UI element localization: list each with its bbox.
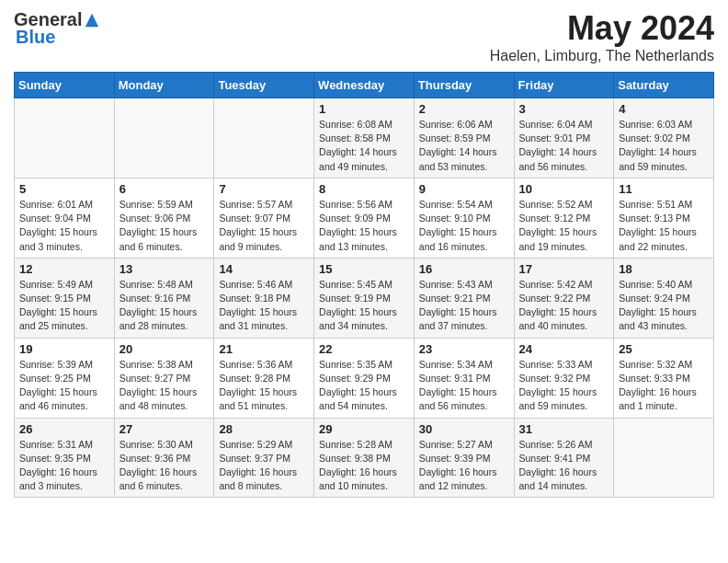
table-row: 4Sunrise: 6:03 AM Sunset: 9:02 PM Daylig… (614, 98, 714, 178)
day-number: 31 (519, 422, 609, 436)
day-info: Sunrise: 5:32 AM Sunset: 9:33 PM Dayligh… (619, 358, 709, 414)
day-info: Sunrise: 5:28 AM Sunset: 9:38 PM Dayligh… (319, 438, 409, 494)
day-info: Sunrise: 5:45 AM Sunset: 9:19 PM Dayligh… (319, 278, 409, 334)
day-info: Sunrise: 5:48 AM Sunset: 9:16 PM Dayligh… (119, 278, 210, 334)
table-row: 9Sunrise: 5:54 AM Sunset: 9:10 PM Daylig… (414, 178, 514, 258)
day-number: 8 (319, 182, 409, 196)
day-info: Sunrise: 5:56 AM Sunset: 9:09 PM Dayligh… (319, 198, 409, 254)
day-info: Sunrise: 5:51 AM Sunset: 9:13 PM Dayligh… (619, 198, 709, 254)
table-row: 22Sunrise: 5:35 AM Sunset: 9:29 PM Dayli… (314, 338, 415, 418)
table-row: 29Sunrise: 5:28 AM Sunset: 9:38 PM Dayli… (314, 418, 415, 498)
table-row: 3Sunrise: 6:04 AM Sunset: 9:01 PM Daylig… (514, 98, 614, 178)
day-number: 3 (519, 102, 609, 116)
table-row: 8Sunrise: 5:56 AM Sunset: 9:09 PM Daylig… (314, 178, 415, 258)
table-row: 26Sunrise: 5:31 AM Sunset: 9:35 PM Dayli… (15, 418, 115, 498)
table-row: 6Sunrise: 5:59 AM Sunset: 9:06 PM Daylig… (114, 178, 214, 258)
table-row: 7Sunrise: 5:57 AM Sunset: 9:07 PM Daylig… (214, 178, 314, 258)
day-number: 11 (619, 182, 709, 196)
day-number: 27 (119, 422, 210, 436)
day-info: Sunrise: 5:35 AM Sunset: 9:29 PM Dayligh… (319, 358, 409, 414)
day-info: Sunrise: 5:46 AM Sunset: 9:18 PM Dayligh… (219, 278, 309, 334)
header-saturday: Saturday (614, 73, 714, 98)
title-block: May 2024 Haelen, Limburg, The Netherland… (490, 9, 714, 64)
day-number: 18 (619, 262, 709, 276)
main-title: May 2024 (490, 9, 714, 48)
table-row: 30Sunrise: 5:27 AM Sunset: 9:39 PM Dayli… (414, 418, 514, 498)
day-number: 24 (519, 342, 609, 356)
day-info: Sunrise: 6:06 AM Sunset: 8:59 PM Dayligh… (419, 118, 509, 174)
day-info: Sunrise: 6:01 AM Sunset: 9:04 PM Dayligh… (19, 198, 109, 254)
calendar-table: Sunday Monday Tuesday Wednesday Thursday… (14, 72, 714, 498)
header-tuesday: Tuesday (214, 73, 314, 98)
table-row: 21Sunrise: 5:36 AM Sunset: 9:28 PM Dayli… (214, 338, 314, 418)
day-number: 26 (19, 422, 109, 436)
day-number: 13 (119, 262, 210, 276)
calendar-page: General Blue May 2024 Haelen, Limburg, T… (0, 0, 728, 507)
table-row: 28Sunrise: 5:29 AM Sunset: 9:37 PM Dayli… (214, 418, 314, 498)
day-number: 20 (119, 342, 210, 356)
page-header: General Blue May 2024 Haelen, Limburg, T… (14, 9, 714, 64)
day-info: Sunrise: 5:52 AM Sunset: 9:12 PM Dayligh… (519, 198, 609, 254)
calendar-week-row: 5Sunrise: 6:01 AM Sunset: 9:04 PM Daylig… (15, 178, 714, 258)
logo: General Blue (14, 9, 100, 48)
calendar-week-row: 26Sunrise: 5:31 AM Sunset: 9:35 PM Dayli… (15, 418, 714, 498)
calendar-week-row: 1Sunrise: 6:08 AM Sunset: 8:58 PM Daylig… (15, 98, 714, 178)
day-info: Sunrise: 5:36 AM Sunset: 9:28 PM Dayligh… (219, 358, 309, 414)
day-info: Sunrise: 5:59 AM Sunset: 9:06 PM Dayligh… (119, 198, 210, 254)
day-number: 12 (19, 262, 109, 276)
calendar-week-row: 12Sunrise: 5:49 AM Sunset: 9:15 PM Dayli… (15, 258, 714, 338)
day-info: Sunrise: 5:40 AM Sunset: 9:24 PM Dayligh… (619, 278, 709, 334)
calendar-week-row: 19Sunrise: 5:39 AM Sunset: 9:25 PM Dayli… (15, 338, 714, 418)
table-row: 31Sunrise: 5:26 AM Sunset: 9:41 PM Dayli… (514, 418, 614, 498)
day-number: 30 (419, 422, 509, 436)
header-friday: Friday (514, 73, 614, 98)
header-sunday: Sunday (15, 73, 115, 98)
table-row: 10Sunrise: 5:52 AM Sunset: 9:12 PM Dayli… (514, 178, 614, 258)
subtitle: Haelen, Limburg, The Netherlands (490, 48, 714, 64)
day-info: Sunrise: 6:04 AM Sunset: 9:01 PM Dayligh… (519, 118, 609, 174)
header-wednesday: Wednesday (314, 73, 415, 98)
day-info: Sunrise: 5:43 AM Sunset: 9:21 PM Dayligh… (419, 278, 509, 334)
day-number: 6 (119, 182, 210, 196)
table-row: 11Sunrise: 5:51 AM Sunset: 9:13 PM Dayli… (614, 178, 714, 258)
day-info: Sunrise: 5:30 AM Sunset: 9:36 PM Dayligh… (119, 438, 210, 494)
day-info: Sunrise: 5:57 AM Sunset: 9:07 PM Dayligh… (219, 198, 309, 254)
day-number: 9 (419, 182, 509, 196)
day-info: Sunrise: 5:27 AM Sunset: 9:39 PM Dayligh… (419, 438, 509, 494)
table-row: 17Sunrise: 5:42 AM Sunset: 9:22 PM Dayli… (514, 258, 614, 338)
table-row: 25Sunrise: 5:32 AM Sunset: 9:33 PM Dayli… (614, 338, 714, 418)
day-info: Sunrise: 5:29 AM Sunset: 9:37 PM Dayligh… (219, 438, 309, 494)
day-info: Sunrise: 5:42 AM Sunset: 9:22 PM Dayligh… (519, 278, 609, 334)
table-row (614, 418, 714, 498)
day-number: 15 (319, 262, 409, 276)
day-info: Sunrise: 5:31 AM Sunset: 9:35 PM Dayligh… (19, 438, 109, 494)
header-monday: Monday (114, 73, 214, 98)
table-row: 16Sunrise: 5:43 AM Sunset: 9:21 PM Dayli… (414, 258, 514, 338)
table-row: 13Sunrise: 5:48 AM Sunset: 9:16 PM Dayli… (114, 258, 214, 338)
table-row: 14Sunrise: 5:46 AM Sunset: 9:18 PM Dayli… (214, 258, 314, 338)
day-info: Sunrise: 5:34 AM Sunset: 9:31 PM Dayligh… (419, 358, 509, 414)
table-row (214, 98, 314, 178)
svg-marker-0 (85, 14, 98, 27)
table-row: 27Sunrise: 5:30 AM Sunset: 9:36 PM Dayli… (114, 418, 214, 498)
table-row: 23Sunrise: 5:34 AM Sunset: 9:31 PM Dayli… (414, 338, 514, 418)
table-row: 20Sunrise: 5:38 AM Sunset: 9:27 PM Dayli… (114, 338, 214, 418)
day-number: 14 (219, 262, 309, 276)
logo-icon (84, 12, 100, 29)
day-number: 29 (319, 422, 409, 436)
day-number: 4 (619, 102, 709, 116)
table-row: 2Sunrise: 6:06 AM Sunset: 8:59 PM Daylig… (414, 98, 514, 178)
day-info: Sunrise: 5:33 AM Sunset: 9:32 PM Dayligh… (519, 358, 609, 414)
day-number: 21 (219, 342, 309, 356)
table-row: 1Sunrise: 6:08 AM Sunset: 8:58 PM Daylig… (314, 98, 415, 178)
header-thursday: Thursday (414, 73, 514, 98)
day-number: 5 (19, 182, 109, 196)
table-row: 24Sunrise: 5:33 AM Sunset: 9:32 PM Dayli… (514, 338, 614, 418)
day-number: 17 (519, 262, 609, 276)
table-row: 18Sunrise: 5:40 AM Sunset: 9:24 PM Dayli… (614, 258, 714, 338)
day-number: 2 (419, 102, 509, 116)
day-info: Sunrise: 5:38 AM Sunset: 9:27 PM Dayligh… (119, 358, 210, 414)
logo-blue-text: Blue (16, 27, 55, 48)
day-number: 25 (619, 342, 709, 356)
day-number: 10 (519, 182, 609, 196)
